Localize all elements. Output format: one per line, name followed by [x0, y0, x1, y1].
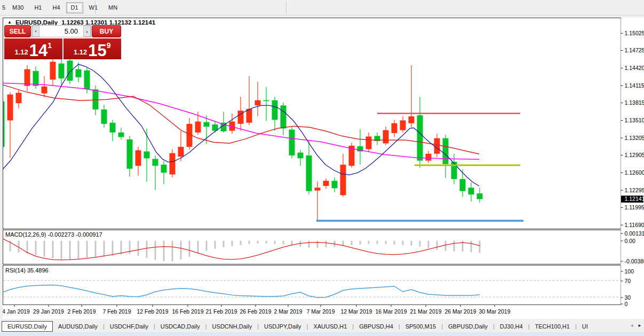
time-axis-label: 21 Mar 2019: [410, 308, 442, 315]
candle-body: [170, 153, 176, 175]
time-axis-label: 16 Mar 2019: [376, 308, 407, 315]
candle-body: [477, 193, 483, 199]
status-strip: [0, 332, 644, 336]
candle-body: [195, 122, 201, 132]
candle-body: [161, 165, 167, 173]
candle-body: [204, 122, 210, 127]
chart-tab-gbpusd-daily[interactable]: GBPUSD,Daily: [443, 322, 493, 331]
chart-canvas[interactable]: 1.150251.147251.144201.141151.138151.135…: [3, 18, 644, 319]
price-axis-label: 1.11690: [625, 222, 644, 228]
price-axis-label: 1.14115: [625, 82, 644, 89]
ask-price-big-digits: 15: [88, 43, 106, 58]
price-axis-label: 1.12905: [625, 152, 644, 158]
candle-body: [16, 93, 22, 103]
time-axis-label: 30 Mar 2019: [479, 308, 511, 315]
time-axis-label: 12 Feb 2019: [137, 308, 169, 315]
rsi-axis-label: 100: [625, 268, 634, 275]
chart-tab-ui[interactable]: UI: [577, 322, 591, 331]
candle-body: [178, 147, 184, 157]
volume-decrease-button[interactable]: ▼: [32, 26, 39, 37]
macd-axis-label: -0.003862: [625, 258, 644, 264]
sell-button[interactable]: SELL: [4, 25, 31, 37]
panel-collapse-icon[interactable]: ▲: [7, 20, 12, 25]
ask-price-prefix: 1.12: [74, 48, 87, 56]
candle-body: [332, 181, 338, 188]
price-axis-label: 1.12295: [625, 187, 644, 193]
rsi-axis-label: 70: [625, 278, 631, 284]
candle-body: [93, 89, 99, 110]
one-click-trading-panel: SELL ▼ ▲ BUY 1.12 14 1 1.12 15 9: [4, 25, 121, 59]
timeframe-button-mn[interactable]: MN: [104, 2, 122, 13]
price-axis-label: 1.13205: [625, 135, 644, 141]
chart-tab-usdchf-daily[interactable]: USDCHF,Daily: [105, 322, 154, 331]
timeframe-button-h1[interactable]: H1: [29, 2, 46, 13]
timeframe-button-m30[interactable]: M30: [7, 2, 28, 13]
price-axis-label: 1.12600: [625, 169, 644, 176]
candle-body: [409, 116, 415, 123]
chart-tab-usdcad-daily[interactable]: USDCAD,Daily: [155, 322, 205, 331]
price-axis-label: 1.13510: [625, 117, 644, 123]
price-axis-label: 1.15025: [625, 30, 644, 36]
candle-body: [153, 159, 158, 166]
timeframe-button-w1[interactable]: W1: [84, 2, 103, 13]
candle-body: [84, 71, 90, 90]
chart-tab-gbpusd-h4[interactable]: GBPUSD,H4: [354, 322, 399, 331]
candle-body: [127, 139, 133, 169]
bid-price-tile[interactable]: 1.12 14 1: [4, 38, 63, 59]
rsi-axis-label: 0: [625, 301, 628, 307]
timeframe-toolbar: 5M30H1H4D1W1MN: [0, 0, 644, 15]
macd-axis-label: 0.001313: [625, 230, 644, 237]
candle-body: [67, 60, 73, 81]
chart-tab-audusd-daily[interactable]: AUDUSD,Daily: [53, 322, 103, 331]
timeframe-button-5[interactable]: 5: [1, 2, 6, 13]
candle-body: [7, 95, 13, 120]
price-axis-label: 1.11995: [625, 204, 644, 210]
chart-tab-usdjpy-daily[interactable]: USDJPY,Daily: [259, 322, 307, 331]
candle-body: [110, 123, 116, 132]
time-axis-label: 2 Feb 2019: [67, 308, 96, 315]
candle-body: [264, 100, 269, 101]
time-axis-label: 7 Feb 2019: [102, 308, 131, 315]
chart-tab-usdcnh-daily[interactable]: USDCNH,Daily: [207, 322, 258, 331]
time-axis-label: 26 Feb 2019: [240, 308, 272, 315]
timeframe-button-h4[interactable]: H4: [47, 2, 65, 13]
candle-body: [383, 130, 389, 144]
chart-tab-xauusd-h1[interactable]: XAUUSD,H1: [308, 322, 352, 331]
candle-body: [426, 154, 432, 161]
price-axis-label: 1.14725: [625, 47, 644, 53]
chart-tab-dj30-h4[interactable]: DJ30,H4: [495, 322, 528, 331]
rsi-panel-frame: [3, 265, 621, 305]
ask-price-tile[interactable]: 1.12 15 9: [63, 38, 122, 59]
current-price-label: 1.12141: [625, 196, 644, 202]
time-axis-label: 24 Jan 2019: [3, 308, 30, 315]
candle-body: [136, 150, 141, 166]
timeframe-button-d1[interactable]: D1: [66, 2, 83, 13]
bid-price-pip-digit: 1: [47, 41, 52, 50]
chart-tab-tech100-h1[interactable]: TECH100,H1: [529, 322, 575, 331]
tabs-scroll-right-icon[interactable]: ►: [637, 323, 643, 329]
time-axis-label: 16 Feb 2019: [172, 308, 204, 315]
volume-input[interactable]: [39, 26, 83, 37]
candle-body: [468, 187, 474, 194]
ask-price-pip-digit: 9: [107, 41, 111, 50]
time-axis-label: 29 Jan 2019: [33, 308, 64, 315]
candle-body: [400, 120, 406, 130]
price-axis-label: 1.14420: [625, 65, 644, 71]
candle-body: [443, 138, 449, 164]
chart-tab-sp500-m15[interactable]: SP500,M15: [400, 322, 441, 331]
chart-tab-eurusd-daily[interactable]: EURUSD,Daily: [2, 321, 53, 332]
candle-body: [76, 69, 82, 77]
volume-increase-button[interactable]: ▲: [83, 26, 91, 37]
candle-body: [25, 69, 30, 86]
candle-body: [247, 109, 252, 123]
buy-button[interactable]: BUY: [92, 25, 121, 37]
tabs-scroll-left-icon[interactable]: ◄: [629, 323, 635, 329]
candle-body: [118, 132, 124, 137]
macd-axis-label: 0.00: [625, 238, 636, 244]
time-axis: 24 Jan 201929 Jan 20192 Feb 20197 Feb 20…: [3, 305, 511, 315]
candle-body: [101, 110, 107, 124]
time-axis-label: 21 Feb 2019: [206, 308, 237, 315]
toolbar-separator: [286, 1, 287, 14]
candle-body: [255, 100, 261, 106]
timeframe-buttons: 5M30H1H4D1W1MN: [0, 2, 123, 13]
